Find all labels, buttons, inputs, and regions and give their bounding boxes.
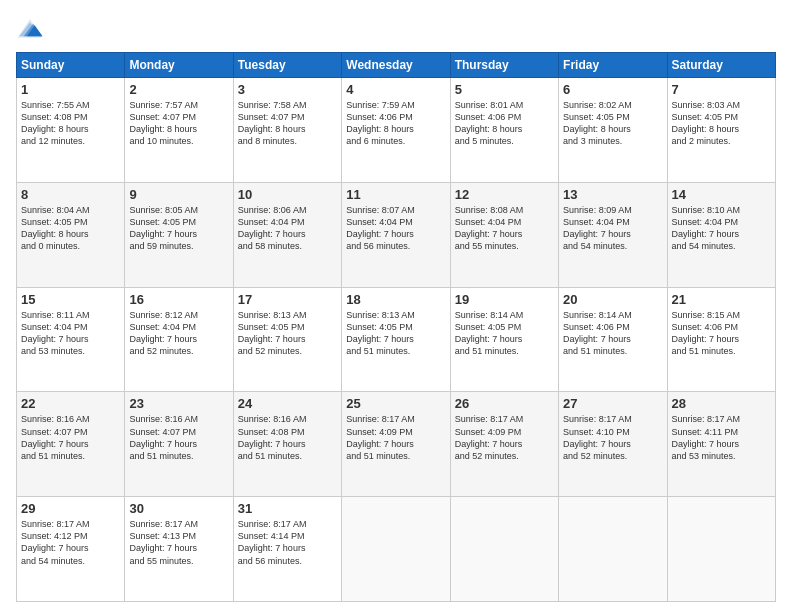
day-info: Sunrise: 8:17 AM Sunset: 4:10 PM Dayligh…: [563, 413, 662, 462]
day-info: Sunrise: 8:06 AM Sunset: 4:04 PM Dayligh…: [238, 204, 337, 253]
day-number: 26: [455, 396, 554, 411]
day-number: 27: [563, 396, 662, 411]
day-info: Sunrise: 7:59 AM Sunset: 4:06 PM Dayligh…: [346, 99, 445, 148]
calendar-cell: 19Sunrise: 8:14 AM Sunset: 4:05 PM Dayli…: [450, 287, 558, 392]
day-number: 25: [346, 396, 445, 411]
day-number: 30: [129, 501, 228, 516]
day-info: Sunrise: 8:15 AM Sunset: 4:06 PM Dayligh…: [672, 309, 771, 358]
day-number: 21: [672, 292, 771, 307]
day-info: Sunrise: 8:17 AM Sunset: 4:12 PM Dayligh…: [21, 518, 120, 567]
day-number: 17: [238, 292, 337, 307]
week-row-5: 29Sunrise: 8:17 AM Sunset: 4:12 PM Dayli…: [17, 497, 776, 602]
day-info: Sunrise: 8:14 AM Sunset: 4:06 PM Dayligh…: [563, 309, 662, 358]
page: Sunday Monday Tuesday Wednesday Thursday…: [0, 0, 792, 612]
day-info: Sunrise: 8:14 AM Sunset: 4:05 PM Dayligh…: [455, 309, 554, 358]
calendar-cell: 6Sunrise: 8:02 AM Sunset: 4:05 PM Daylig…: [559, 78, 667, 183]
calendar-cell: [559, 497, 667, 602]
calendar-cell: 5Sunrise: 8:01 AM Sunset: 4:06 PM Daylig…: [450, 78, 558, 183]
day-number: 5: [455, 82, 554, 97]
calendar-cell: 9Sunrise: 8:05 AM Sunset: 4:05 PM Daylig…: [125, 182, 233, 287]
day-info: Sunrise: 8:13 AM Sunset: 4:05 PM Dayligh…: [238, 309, 337, 358]
calendar-cell: 4Sunrise: 7:59 AM Sunset: 4:06 PM Daylig…: [342, 78, 450, 183]
week-row-4: 22Sunrise: 8:16 AM Sunset: 4:07 PM Dayli…: [17, 392, 776, 497]
day-number: 13: [563, 187, 662, 202]
col-thursday: Thursday: [450, 53, 558, 78]
day-number: 2: [129, 82, 228, 97]
calendar-cell: 7Sunrise: 8:03 AM Sunset: 4:05 PM Daylig…: [667, 78, 775, 183]
day-info: Sunrise: 8:12 AM Sunset: 4:04 PM Dayligh…: [129, 309, 228, 358]
calendar-cell: 20Sunrise: 8:14 AM Sunset: 4:06 PM Dayli…: [559, 287, 667, 392]
calendar-cell: 13Sunrise: 8:09 AM Sunset: 4:04 PM Dayli…: [559, 182, 667, 287]
header: [16, 16, 776, 44]
day-number: 9: [129, 187, 228, 202]
calendar-cell: 11Sunrise: 8:07 AM Sunset: 4:04 PM Dayli…: [342, 182, 450, 287]
day-info: Sunrise: 7:58 AM Sunset: 4:07 PM Dayligh…: [238, 99, 337, 148]
day-number: 15: [21, 292, 120, 307]
day-info: Sunrise: 8:05 AM Sunset: 4:05 PM Dayligh…: [129, 204, 228, 253]
calendar-cell: 26Sunrise: 8:17 AM Sunset: 4:09 PM Dayli…: [450, 392, 558, 497]
col-sunday: Sunday: [17, 53, 125, 78]
day-number: 18: [346, 292, 445, 307]
calendar-cell: 16Sunrise: 8:12 AM Sunset: 4:04 PM Dayli…: [125, 287, 233, 392]
day-number: 28: [672, 396, 771, 411]
day-number: 1: [21, 82, 120, 97]
day-number: 29: [21, 501, 120, 516]
day-info: Sunrise: 8:02 AM Sunset: 4:05 PM Dayligh…: [563, 99, 662, 148]
day-info: Sunrise: 8:07 AM Sunset: 4:04 PM Dayligh…: [346, 204, 445, 253]
col-tuesday: Tuesday: [233, 53, 341, 78]
calendar-cell: 1Sunrise: 7:55 AM Sunset: 4:08 PM Daylig…: [17, 78, 125, 183]
day-number: 6: [563, 82, 662, 97]
col-monday: Monday: [125, 53, 233, 78]
calendar-cell: 2Sunrise: 7:57 AM Sunset: 4:07 PM Daylig…: [125, 78, 233, 183]
day-number: 22: [21, 396, 120, 411]
day-number: 8: [21, 187, 120, 202]
calendar-cell: 3Sunrise: 7:58 AM Sunset: 4:07 PM Daylig…: [233, 78, 341, 183]
day-number: 23: [129, 396, 228, 411]
day-number: 19: [455, 292, 554, 307]
day-number: 14: [672, 187, 771, 202]
calendar-cell: 29Sunrise: 8:17 AM Sunset: 4:12 PM Dayli…: [17, 497, 125, 602]
calendar-cell: [342, 497, 450, 602]
day-info: Sunrise: 7:55 AM Sunset: 4:08 PM Dayligh…: [21, 99, 120, 148]
day-info: Sunrise: 8:17 AM Sunset: 4:11 PM Dayligh…: [672, 413, 771, 462]
day-info: Sunrise: 8:16 AM Sunset: 4:07 PM Dayligh…: [129, 413, 228, 462]
col-wednesday: Wednesday: [342, 53, 450, 78]
calendar-cell: [450, 497, 558, 602]
calendar-cell: [667, 497, 775, 602]
header-row: Sunday Monday Tuesday Wednesday Thursday…: [17, 53, 776, 78]
day-number: 24: [238, 396, 337, 411]
calendar-cell: 28Sunrise: 8:17 AM Sunset: 4:11 PM Dayli…: [667, 392, 775, 497]
logo: [16, 16, 48, 44]
day-info: Sunrise: 8:04 AM Sunset: 4:05 PM Dayligh…: [21, 204, 120, 253]
day-number: 20: [563, 292, 662, 307]
day-number: 12: [455, 187, 554, 202]
day-info: Sunrise: 8:09 AM Sunset: 4:04 PM Dayligh…: [563, 204, 662, 253]
calendar-cell: 22Sunrise: 8:16 AM Sunset: 4:07 PM Dayli…: [17, 392, 125, 497]
day-info: Sunrise: 8:17 AM Sunset: 4:14 PM Dayligh…: [238, 518, 337, 567]
day-number: 31: [238, 501, 337, 516]
day-info: Sunrise: 8:17 AM Sunset: 4:13 PM Dayligh…: [129, 518, 228, 567]
calendar-table: Sunday Monday Tuesday Wednesday Thursday…: [16, 52, 776, 602]
calendar-cell: 31Sunrise: 8:17 AM Sunset: 4:14 PM Dayli…: [233, 497, 341, 602]
day-info: Sunrise: 8:17 AM Sunset: 4:09 PM Dayligh…: [455, 413, 554, 462]
day-number: 11: [346, 187, 445, 202]
calendar-cell: 14Sunrise: 8:10 AM Sunset: 4:04 PM Dayli…: [667, 182, 775, 287]
day-number: 3: [238, 82, 337, 97]
day-info: Sunrise: 8:13 AM Sunset: 4:05 PM Dayligh…: [346, 309, 445, 358]
week-row-2: 8Sunrise: 8:04 AM Sunset: 4:05 PM Daylig…: [17, 182, 776, 287]
calendar-cell: 8Sunrise: 8:04 AM Sunset: 4:05 PM Daylig…: [17, 182, 125, 287]
col-friday: Friday: [559, 53, 667, 78]
col-saturday: Saturday: [667, 53, 775, 78]
calendar-cell: 30Sunrise: 8:17 AM Sunset: 4:13 PM Dayli…: [125, 497, 233, 602]
day-info: Sunrise: 8:16 AM Sunset: 4:08 PM Dayligh…: [238, 413, 337, 462]
calendar-cell: 25Sunrise: 8:17 AM Sunset: 4:09 PM Dayli…: [342, 392, 450, 497]
day-number: 4: [346, 82, 445, 97]
calendar-cell: 23Sunrise: 8:16 AM Sunset: 4:07 PM Dayli…: [125, 392, 233, 497]
calendar-cell: 24Sunrise: 8:16 AM Sunset: 4:08 PM Dayli…: [233, 392, 341, 497]
calendar-cell: 10Sunrise: 8:06 AM Sunset: 4:04 PM Dayli…: [233, 182, 341, 287]
calendar-cell: 15Sunrise: 8:11 AM Sunset: 4:04 PM Dayli…: [17, 287, 125, 392]
calendar-cell: 27Sunrise: 8:17 AM Sunset: 4:10 PM Dayli…: [559, 392, 667, 497]
day-info: Sunrise: 7:57 AM Sunset: 4:07 PM Dayligh…: [129, 99, 228, 148]
day-info: Sunrise: 8:11 AM Sunset: 4:04 PM Dayligh…: [21, 309, 120, 358]
calendar-cell: 21Sunrise: 8:15 AM Sunset: 4:06 PM Dayli…: [667, 287, 775, 392]
